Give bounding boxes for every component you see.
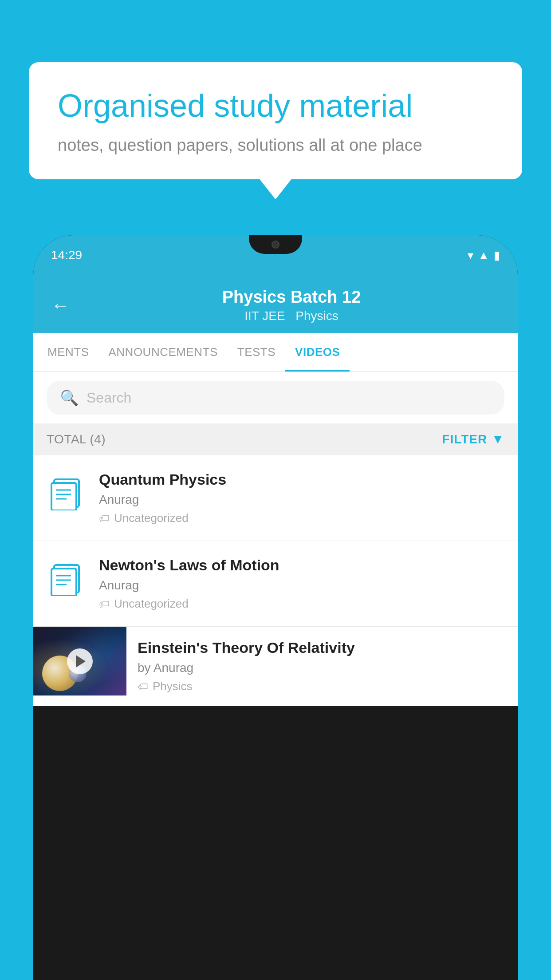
item-title: Quantum Physics [99, 471, 504, 488]
item-title: Newton's Laws of Motion [99, 557, 504, 574]
phone-notch [249, 235, 302, 254]
tabs-container: MENTS ANNOUNCEMENTS TESTS VIDEOS [33, 333, 518, 372]
videos-list: Quantum Physics Anurag 🏷 Uncategorized [33, 455, 518, 706]
bubble-title: Organised study material [58, 87, 493, 125]
filter-button[interactable]: FILTER ▼ [442, 432, 504, 447]
tag-label: Physics [153, 680, 193, 693]
item-author: Anurag [99, 578, 504, 593]
tag-label: Uncategorized [114, 511, 189, 525]
batch-category: IIT JEE [244, 309, 285, 323]
filter-icon: ▼ [492, 432, 504, 447]
batch-title: Physics Batch 12 [83, 288, 500, 307]
total-count: TOTAL (4) [47, 432, 106, 447]
bubble-subtitle: notes, question papers, solutions all at… [58, 136, 493, 155]
svg-rect-6 [51, 569, 76, 596]
search-container: 🔍 Search [33, 372, 518, 423]
item-tag: 🏷 Uncategorized [99, 511, 504, 525]
item-content: Newton's Laws of Motion Anurag 🏷 Uncateg… [99, 557, 504, 611]
item-icon-container [47, 473, 87, 513]
filter-bar: TOTAL (4) FILTER ▼ [33, 423, 518, 455]
battery-icon: ▮ [494, 249, 500, 262]
tag-icon: 🏷 [99, 512, 110, 525]
wifi-icon: ▾ [468, 249, 473, 262]
status-bar: 14:29 ▾ ▲ ▮ [33, 235, 518, 275]
video-list-item[interactable]: Einstein's Theory Of Relativity by Anura… [33, 627, 518, 706]
folder-icon [51, 476, 83, 510]
batch-subtitle: IIT JEE Physics [83, 309, 500, 323]
tab-ments[interactable]: MENTS [38, 333, 99, 371]
tag-label: Uncategorized [114, 597, 189, 611]
list-item[interactable]: Newton's Laws of Motion Anurag 🏷 Uncateg… [33, 541, 518, 627]
search-bar[interactable]: 🔍 Search [47, 381, 504, 415]
item-icon-container [47, 559, 87, 599]
video-thumbnail [33, 627, 126, 695]
folder-icon [51, 561, 83, 596]
filter-label: FILTER [442, 432, 487, 447]
search-icon: 🔍 [60, 389, 79, 407]
speech-bubble: Organised study material notes, question… [29, 62, 522, 179]
video-title: Einstein's Theory Of Relativity [138, 639, 507, 656]
tag-icon: 🏷 [138, 680, 148, 693]
status-icons: ▾ ▲ ▮ [468, 249, 500, 262]
tag-icon: 🏷 [99, 598, 110, 610]
tab-videos[interactable]: VIDEOS [285, 333, 350, 371]
speech-bubble-container: Organised study material notes, question… [29, 62, 522, 179]
item-content: Quantum Physics Anurag 🏷 Uncategorized [99, 471, 504, 525]
tab-announcements[interactable]: ANNOUNCEMENTS [99, 333, 228, 371]
list-item[interactable]: Quantum Physics Anurag 🏷 Uncategorized [33, 455, 518, 541]
signal-icon: ▲ [478, 249, 489, 262]
search-input[interactable]: Search [87, 390, 131, 406]
front-camera [272, 241, 279, 249]
play-button[interactable] [67, 648, 93, 674]
svg-rect-1 [51, 483, 76, 510]
video-content: Einstein's Theory Of Relativity by Anura… [126, 627, 518, 706]
item-author: Anurag [99, 493, 504, 507]
play-icon [76, 655, 86, 668]
batch-subject: Physics [295, 309, 338, 323]
back-button[interactable]: ← [51, 295, 70, 316]
phone-device: 14:29 ▾ ▲ ▮ ← Physics Batch 12 IIT JEE P… [33, 235, 518, 980]
app-header: ← Physics Batch 12 IIT JEE Physics [33, 275, 518, 333]
header-center: Physics Batch 12 IIT JEE Physics [83, 288, 500, 323]
video-author: by Anurag [138, 661, 507, 675]
status-time: 14:29 [51, 248, 82, 262]
video-tag: 🏷 Physics [138, 680, 507, 693]
item-tag: 🏷 Uncategorized [99, 597, 504, 611]
tab-tests[interactable]: TESTS [228, 333, 285, 371]
